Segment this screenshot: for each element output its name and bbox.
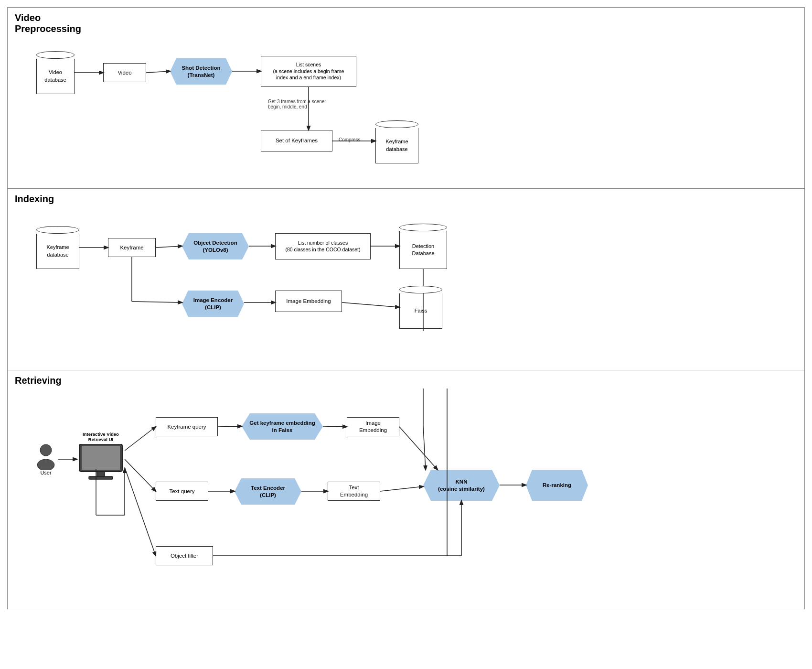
faiss-node: Faiss <box>399 286 442 329</box>
svg-line-29 <box>380 486 423 491</box>
text-query-label: Text query <box>169 488 194 495</box>
svg-line-23 <box>125 467 156 556</box>
svg-line-22 <box>125 459 156 491</box>
preprocessing-title: VideoPreprocessing <box>8 8 804 37</box>
ui-label: Interactive VideoRetrieval UI <box>77 432 125 442</box>
svg-line-25 <box>323 426 347 427</box>
image-encoder-label: Image Encoder(CLIP) <box>193 297 233 311</box>
get-embedding-label: Get keyframe embeddingin Faiss <box>249 420 315 434</box>
svg-line-24 <box>218 426 242 427</box>
svg-point-15 <box>37 459 54 470</box>
svg-line-10 <box>132 302 182 302</box>
keyframe-query-node: Keyframe query <box>156 417 218 436</box>
faiss-label: Faiss <box>415 307 427 314</box>
object-detection-label: Object Detection(YOLOv8) <box>193 239 237 254</box>
user-icon: User <box>34 443 58 475</box>
shot-detection-node: Shot Detection(TransNet) <box>170 58 232 85</box>
indexing-content: Keyframedatabase Keyframe Object Detecti… <box>8 207 804 360</box>
idx-image-embedding-label: Image Embedding <box>286 298 331 305</box>
monitor-svg <box>77 444 125 482</box>
idx-keyframe-node: Keyframe <box>108 238 156 257</box>
get-frames-note: Get 3 frames from a scene:begin, middle,… <box>268 99 326 109</box>
detection-database-label: DetectionDatabase <box>412 243 434 258</box>
svg-rect-19 <box>89 476 113 479</box>
svg-line-1 <box>146 71 170 73</box>
idx-keyframe-database-label: Keyframedatabase <box>46 244 69 259</box>
svg-line-12 <box>342 302 399 307</box>
retrieving-content: User Interactive VideoRetrieval UI Keyfr… <box>8 388 804 601</box>
preprocessing-content: Videodatabase Video Shot Detection(Trans… <box>8 37 804 190</box>
user-label: User <box>40 470 51 475</box>
section-retrieving: Retrieving User Interactive VideoRetriev… <box>7 370 805 609</box>
object-filter-label: Object filter <box>171 552 198 560</box>
keyframe-database-label: Keyframedatabase <box>385 138 408 153</box>
indexing-title: Indexing <box>8 189 804 207</box>
monitor-ui: Interactive VideoRetrieval UI <box>77 432 125 484</box>
list-scenes-label: List scenes(a scene includes a begin fra… <box>273 62 344 81</box>
video-label: Video <box>118 69 131 76</box>
text-encoder-node: Text Encoder(CLIP) <box>235 478 301 505</box>
idx-image-embedding-node: Image Embedding <box>275 291 342 312</box>
shot-detection-label: Shot Detection(TransNet) <box>182 65 220 79</box>
reranking-node: Re-ranking <box>526 470 588 501</box>
compress-label: Compress <box>339 137 361 142</box>
reranking-label: Re-ranking <box>543 482 571 489</box>
knn-node: KNN(cosine similarity) <box>423 470 500 501</box>
object-detection-node: Object Detection(YOLOv8) <box>182 233 249 259</box>
preprocessing-arrows <box>8 37 804 190</box>
list-classes-label: List number of classes(80 classes in the… <box>286 240 361 253</box>
svg-rect-17 <box>82 446 120 470</box>
svg-rect-18 <box>97 472 105 476</box>
retrieving-arrows <box>8 388 804 601</box>
list-classes-node: List number of classes(80 classes in the… <box>275 233 371 259</box>
text-encoder-label: Text Encoder(CLIP) <box>251 485 285 499</box>
video-database-label: Videodatabase <box>44 69 66 84</box>
keyframe-database-node: Keyframedatabase <box>375 120 418 163</box>
text-embedding-node: TextEmbedding <box>328 482 380 501</box>
ret-image-embedding-label: ImageEmbedding <box>359 420 387 434</box>
user-svg <box>34 443 58 470</box>
main-container: VideoPreprocessing Videodatabase Video S… <box>0 0 812 616</box>
svg-line-34 <box>423 427 426 470</box>
list-scenes-node: List scenes(a scene includes a begin fra… <box>261 56 356 87</box>
set-keyframes-label: Set of Keyframes <box>276 137 318 144</box>
idx-keyframe-database-node: Keyframedatabase <box>36 226 79 269</box>
svg-line-26 <box>399 427 438 470</box>
knn-label: KNN(cosine similarity) <box>438 478 485 493</box>
set-keyframes-node: Set of Keyframes <box>261 130 332 151</box>
idx-keyframe-label: Keyframe <box>120 244 143 251</box>
object-filter-node: Object filter <box>156 546 213 565</box>
svg-line-21 <box>125 427 156 451</box>
video-database-node: Videodatabase <box>36 51 75 94</box>
text-embedding-label: TextEmbedding <box>340 484 368 498</box>
text-query-node: Text query <box>156 482 208 501</box>
section-indexing: Indexing Keyframedatabase Keyframe Objec… <box>7 189 805 370</box>
video-node: Video <box>103 63 146 82</box>
retrieving-title: Retrieving <box>8 370 804 388</box>
ret-image-embedding-node: ImageEmbedding <box>347 417 399 436</box>
keyframe-query-label: Keyframe query <box>167 423 206 431</box>
detection-database-node: DetectionDatabase <box>399 224 447 269</box>
svg-point-14 <box>40 444 52 456</box>
get-embedding-node: Get keyframe embeddingin Faiss <box>242 413 323 440</box>
svg-line-6 <box>156 246 182 248</box>
section-preprocessing: VideoPreprocessing Videodatabase Video S… <box>7 7 805 189</box>
image-encoder-node: Image Encoder(CLIP) <box>182 291 244 317</box>
